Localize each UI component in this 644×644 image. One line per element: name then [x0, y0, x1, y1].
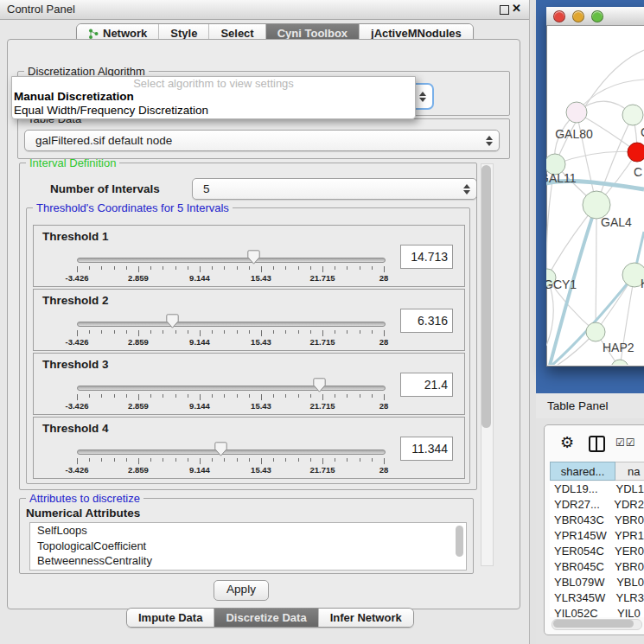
cell-name[interactable]: YDR2 [611, 497, 644, 513]
cell-name[interactable]: YER0 [612, 544, 644, 559]
numerical-attributes-list[interactable]: SelfLoopsTopologicalCoefficientBetweenne… [29, 522, 467, 571]
cell-shared-name[interactable]: YDR27... [550, 497, 611, 513]
table-row[interactable]: YLR345WYLR3 [550, 590, 644, 606]
cell-shared-name[interactable]: YBR043C [550, 513, 612, 528]
cell-shared-name[interactable]: YDL19... [550, 481, 613, 497]
slider-tick [322, 458, 323, 464]
cell-shared-name[interactable]: YBL079W [550, 575, 614, 590]
network-node[interactable] [622, 105, 643, 125]
tab-label: Cyni Toolbox [277, 27, 348, 40]
slider-tick [77, 394, 78, 400]
slider-track[interactable] [77, 258, 386, 263]
slider-handle[interactable] [166, 314, 179, 328]
slider-tick [273, 394, 274, 398]
combobox-stepper-icon[interactable] [486, 136, 493, 146]
network-canvas[interactable]: GAL80GACGAL11GAL4GCY1HHAP2 [546, 26, 644, 365]
table-row[interactable]: YER054CYER0 [550, 544, 644, 559]
bottom-tab-discretize-data[interactable]: Discretize Data [214, 609, 317, 627]
slider-tick [237, 458, 238, 462]
attributes-list-scrollbar[interactable] [456, 526, 463, 557]
column-header-shared-name[interactable]: shared... [550, 462, 615, 481]
slider-tick [200, 458, 201, 464]
slider-track[interactable] [77, 386, 386, 391]
table-row[interactable]: YBL079WYBL0 [550, 575, 644, 590]
threshold-value-field[interactable]: 11.344 [400, 437, 453, 461]
cell-name[interactable]: YDL1 [613, 481, 644, 497]
slider-tick [298, 458, 299, 462]
network-node[interactable] [586, 322, 605, 341]
table-row[interactable]: YIL052CYIL0 [550, 606, 644, 617]
combobox-stepper-icon[interactable] [463, 184, 470, 194]
cell-name[interactable]: YIL0 [615, 606, 641, 617]
table-row[interactable]: YBR045CYBR0 [550, 559, 644, 575]
cell-name[interactable]: YLR3 [613, 590, 644, 606]
slider-tick [224, 458, 225, 462]
table-row[interactable]: YDR27...YDR2 [550, 497, 644, 513]
bottom-tab-infer-network[interactable]: Infer Network [318, 609, 413, 627]
columns-icon[interactable] [589, 436, 605, 452]
cell-name[interactable]: YBR0 [612, 559, 644, 575]
column-header-name[interactable]: na [615, 462, 644, 481]
slider-tick [138, 266, 139, 272]
cell-shared-name[interactable]: YPR145W [550, 528, 612, 544]
number-of-intervals-label: Number of Intervals [50, 182, 160, 195]
gear-icon[interactable]: ⚙ [560, 433, 574, 451]
slider-tick-label: 2.859 [128, 337, 149, 347]
float-window-icon[interactable] [500, 5, 509, 15]
slider-tick [298, 330, 299, 334]
zoom-traffic-light-icon[interactable] [591, 10, 603, 22]
slider-tick [224, 394, 225, 398]
slider-tick [188, 394, 188, 398]
slider-tick [261, 458, 262, 464]
slider-tick [150, 394, 151, 398]
cell-name[interactable]: YPR1 [612, 528, 644, 544]
cell-name[interactable]: YBL0 [614, 575, 644, 590]
minimize-traffic-light-icon[interactable] [572, 10, 584, 22]
algorithm-option-manual[interactable]: Manual Discretization [12, 90, 415, 104]
table-data-combobox[interactable]: galFiltered.sif default node [24, 130, 500, 151]
cell-shared-name[interactable]: YLR345W [550, 590, 613, 606]
numerical-attributes-label: Numerical Attributes [26, 507, 140, 520]
slider-tick [163, 266, 163, 270]
algorithm-option-equal-width[interactable]: Equal Width/Frequency Discretization [12, 104, 415, 118]
table-panel-title: Table Panel [547, 399, 609, 412]
select-columns-checkbox-icons[interactable]: ☑☑ [615, 437, 636, 449]
combobox-stepper-icon[interactable] [419, 92, 426, 102]
network-node[interactable] [611, 360, 628, 365]
slider-tick [237, 394, 238, 398]
slider-handle[interactable] [247, 250, 260, 265]
settings-scrollbar-thumb[interactable] [481, 165, 491, 428]
cell-shared-name[interactable]: YIL052C [550, 606, 615, 617]
slider-handle[interactable] [313, 378, 326, 392]
table-hscrollbar-thumb[interactable] [553, 620, 634, 628]
threshold-value-field[interactable]: 14.713 [400, 245, 453, 269]
slider-handle[interactable] [214, 442, 227, 456]
slider-track[interactable] [77, 450, 386, 455]
threshold-value-field[interactable]: 6.316 [400, 309, 453, 333]
slider-tick [138, 394, 139, 400]
close-traffic-light-icon[interactable] [553, 10, 565, 22]
network-node[interactable] [566, 102, 587, 123]
table-row[interactable]: YPR145WYPR1 [550, 528, 644, 544]
attribute-list-item[interactable]: SelfLoops [30, 523, 466, 539]
apply-button[interactable]: Apply [214, 580, 269, 601]
cell-shared-name[interactable]: YER054C [550, 544, 612, 559]
number-of-intervals-combobox[interactable]: 5 [192, 178, 477, 200]
slider-track[interactable] [77, 322, 386, 327]
slider-tick [150, 458, 151, 462]
attribute-list-item[interactable]: TopologicalCoefficient [30, 539, 466, 554]
network-node-label: C [634, 165, 642, 179]
attribute-list-item[interactable]: BetweennessCentrality [30, 553, 466, 569]
close-icon[interactable]: ✕ [512, 2, 521, 15]
cell-name[interactable]: YBR0 [612, 513, 644, 528]
slider-tick-label: 9.144 [189, 401, 210, 411]
algorithm-placeholder-option[interactable]: Select algorithm to view settings [12, 77, 415, 90]
network-node[interactable] [628, 143, 644, 162]
table-row[interactable]: YBR043CYBR0 [550, 513, 644, 528]
table-row[interactable]: YDL19...YDL1 [550, 481, 644, 497]
slider-tick [126, 330, 127, 334]
bottom-tab-impute-data[interactable]: Impute Data [127, 609, 214, 627]
slider-tick [384, 330, 385, 336]
threshold-value-field[interactable]: 21.4 [400, 373, 453, 397]
cell-shared-name[interactable]: YBR045C [550, 559, 612, 575]
